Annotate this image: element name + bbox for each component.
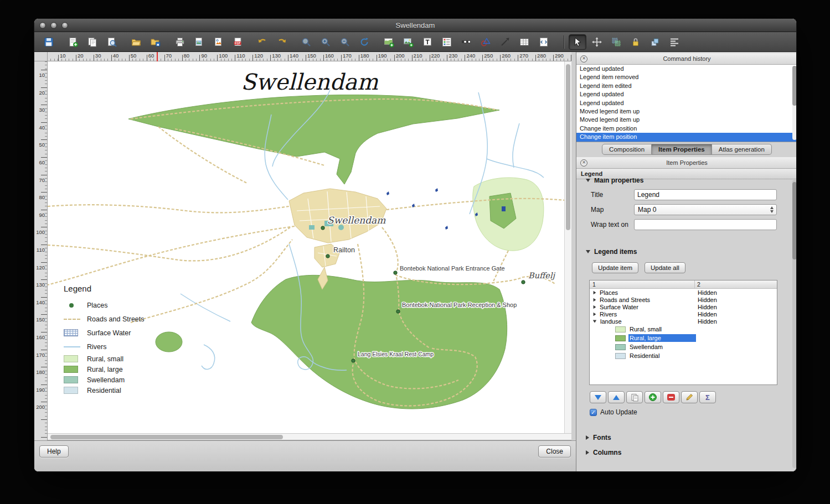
tab-atlas-generation[interactable]: Atlas generation xyxy=(712,144,772,155)
history-item[interactable]: Moved legend item up xyxy=(576,107,797,116)
disclosure-right-icon[interactable] xyxy=(594,290,596,294)
new-composition-button[interactable] xyxy=(64,34,82,50)
zoom-out-button[interactable] xyxy=(336,34,354,50)
tree-row-surface-water[interactable]: Surface WaterHidden xyxy=(590,303,777,310)
move-item-down-button[interactable] xyxy=(590,391,606,403)
tree-row-landuse[interactable]: landuseHidden xyxy=(590,318,777,325)
composer-manager-button[interactable] xyxy=(103,34,121,50)
ruler-number: 120 xyxy=(36,264,45,271)
scrollbar-thumb[interactable] xyxy=(792,182,797,259)
history-item[interactable]: Change item position xyxy=(576,124,797,133)
tree-child-residential[interactable]: Residential xyxy=(590,351,777,360)
export-image-icon xyxy=(194,37,205,48)
help-button[interactable]: Help xyxy=(39,445,69,458)
legend-items-section[interactable]: Legend items xyxy=(576,247,792,257)
main-properties-section[interactable]: Main properties xyxy=(576,178,792,185)
history-item[interactable]: Legend updated xyxy=(576,65,797,73)
export-svg-button[interactable] xyxy=(210,34,228,50)
history-item[interactable]: Moved legend item up xyxy=(576,116,797,124)
tree-child-rural-large-selected[interactable]: Rural, large xyxy=(590,334,777,342)
history-item[interactable]: Legend updated xyxy=(576,90,797,98)
load-template-button[interactable] xyxy=(127,34,145,50)
zoom-out-icon xyxy=(339,37,350,48)
raise-items-button[interactable] xyxy=(646,34,664,50)
tab-composition[interactable]: Composition xyxy=(602,144,652,155)
add-image-button[interactable] xyxy=(399,34,417,50)
add-html-button[interactable] xyxy=(535,34,553,50)
undo-icon xyxy=(257,37,268,48)
add-scalebar-button[interactable] xyxy=(457,34,475,50)
add-shape-button[interactable] xyxy=(477,34,494,50)
remove-item-button[interactable] xyxy=(663,391,679,403)
move-item-content-button[interactable] xyxy=(588,34,606,50)
zoom-full-button[interactable] xyxy=(297,34,315,50)
wrap-text-row: Wrap text on xyxy=(591,219,792,230)
close-panel-icon[interactable]: ✕ xyxy=(580,55,587,63)
move-item-up-button[interactable] xyxy=(608,391,625,403)
tree-row-roads[interactable]: Roads and StreetsHidden xyxy=(590,296,777,303)
fonts-section[interactable]: Fonts xyxy=(576,433,792,443)
history-scrollbar[interactable] xyxy=(792,66,797,140)
tree-child-swellendam[interactable]: Swellendam xyxy=(590,342,777,351)
history-item-selected[interactable]: Change item position xyxy=(576,133,797,141)
add-label-button[interactable] xyxy=(419,34,436,50)
add-arrow-button[interactable] xyxy=(496,34,514,50)
save-project-button[interactable] xyxy=(40,34,58,50)
status-cell: Hidden xyxy=(698,304,717,310)
history-item[interactable]: Legend updated xyxy=(576,99,797,107)
update-all-button[interactable]: Update all xyxy=(645,262,685,273)
canvas-horizontal-scrollbar[interactable] xyxy=(48,433,571,440)
tab-item-properties[interactable]: Item Properties xyxy=(652,144,712,155)
map-title-label[interactable]: Swellendam xyxy=(48,69,571,95)
lock-items-button[interactable] xyxy=(627,34,645,50)
scrollbar-thumb[interactable] xyxy=(50,435,283,439)
paste-item-button[interactable] xyxy=(626,391,643,403)
add-legend-button[interactable] xyxy=(438,34,456,50)
disclosure-right-icon[interactable] xyxy=(594,312,596,315)
duplicate-composition-button[interactable] xyxy=(84,34,101,50)
save-template-button[interactable] xyxy=(147,34,164,50)
zoom-in-button[interactable] xyxy=(317,34,334,50)
ruler-number: 170 xyxy=(343,53,352,59)
update-item-button[interactable]: Update item xyxy=(592,262,638,273)
add-table-button[interactable] xyxy=(515,34,533,50)
tree-row-rivers[interactable]: RiversHidden xyxy=(590,310,777,318)
export-pdf-button[interactable] xyxy=(229,34,247,50)
item-properties-content: Main properties Title Map Map 0 Wrap tex… xyxy=(576,178,792,471)
tree-child-rural-small[interactable]: Rural, small xyxy=(590,325,777,334)
title-input[interactable] xyxy=(634,189,777,200)
align-items-button[interactable] xyxy=(666,34,683,50)
history-item[interactable]: Legend item removed xyxy=(576,73,797,81)
refresh-view-button[interactable] xyxy=(355,34,373,50)
composition-canvas[interactable]: Swellendam Railton Bontebok National Par… xyxy=(48,61,571,433)
panel-scrollbar[interactable] xyxy=(792,180,797,468)
history-item[interactable]: Legend item edited xyxy=(576,82,797,90)
scrollbar-thumb[interactable] xyxy=(792,66,797,106)
auto-update-checkbox[interactable] xyxy=(590,409,597,416)
export-image-button[interactable] xyxy=(190,34,208,50)
disclosure-right-icon[interactable] xyxy=(594,298,596,301)
group-items-button[interactable] xyxy=(607,34,625,50)
redo-button[interactable] xyxy=(273,34,291,50)
close-panel-icon[interactable]: ✕ xyxy=(580,159,587,167)
titlebar[interactable]: Swellendam xyxy=(34,19,796,32)
edit-item-button[interactable] xyxy=(681,391,698,403)
columns-section[interactable]: Columns xyxy=(576,448,792,458)
select-move-item-button[interactable] xyxy=(569,34,586,50)
count-features-button[interactable]: Σ xyxy=(699,391,716,403)
add-item-button[interactable] xyxy=(645,391,661,403)
map-select[interactable]: Map 0 xyxy=(634,204,777,215)
canvas-vertical-scrollbar[interactable] xyxy=(564,61,571,433)
ruler-number: 150 xyxy=(36,316,45,323)
scrollbar-thumb[interactable] xyxy=(566,64,570,230)
wrap-text-input[interactable] xyxy=(634,219,777,230)
map-legend-item[interactable]: Legend Places Roads and Streets Surface … xyxy=(64,284,145,396)
close-button[interactable]: Close xyxy=(538,445,571,458)
tree-row-places[interactable]: PlacesHidden xyxy=(590,289,777,296)
print-button[interactable] xyxy=(171,34,189,50)
disclosure-right-icon[interactable] xyxy=(594,305,596,308)
disclosure-down-icon[interactable] xyxy=(593,320,596,323)
add-map-button[interactable] xyxy=(380,34,398,50)
legend-items-tree[interactable]: 1 2 PlacesHidden Roads and StreetsHidden… xyxy=(589,280,777,385)
undo-button[interactable] xyxy=(254,34,271,50)
